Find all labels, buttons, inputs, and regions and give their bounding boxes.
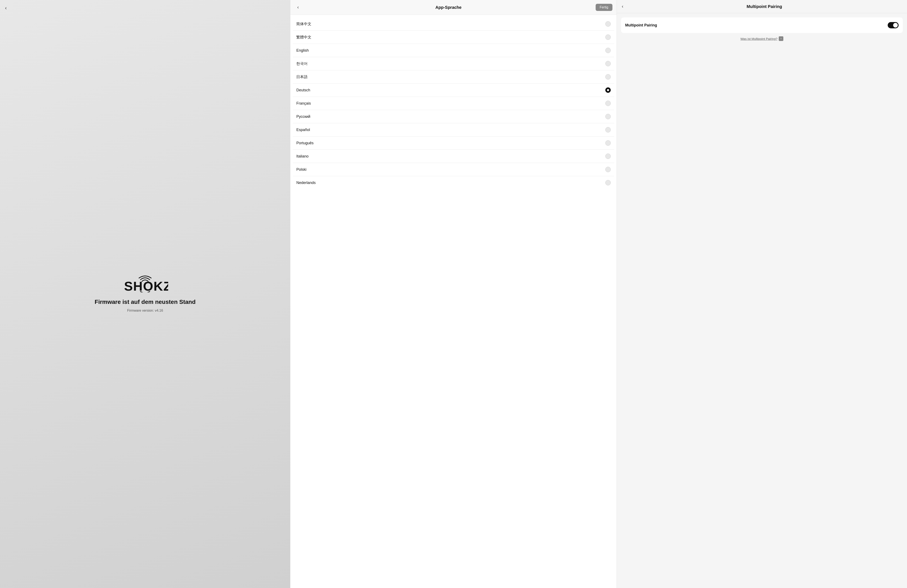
multipoint-link-text: Was ist Multipoint Pairing? [740,37,777,40]
radio-circle[interactable] [605,61,611,66]
language-item[interactable]: Nederlands [293,176,614,189]
language-label: Nederlands [296,181,316,185]
language-item[interactable]: 繁體中文 [293,30,614,44]
radio-circle[interactable] [605,140,611,146]
language-item[interactable]: 日本語 [293,70,614,83]
radio-circle[interactable] [605,34,611,40]
radio-circle[interactable] [605,127,611,133]
back-button-left[interactable]: ‹ [5,5,7,11]
language-item[interactable]: 简体中文 [293,18,614,30]
language-item[interactable]: Français [293,97,614,110]
language-list: 简体中文繁體中文English한국어日本語DeutschFrançaisРусс… [293,18,614,585]
radio-circle[interactable] [605,180,611,186]
right-header-title: Multipoint Pairing [627,4,902,9]
language-label: 简体中文 [296,21,311,26]
right-panel: ‹ Multipoint Pairing Multipoint Pairing … [617,0,907,588]
middle-header: ‹ App-Sprache Fertig [290,0,617,15]
done-button[interactable]: Fertig [596,4,612,11]
firmware-title: Firmware ist auf dem neusten Stand [95,298,196,306]
svg-text:SHOKZ: SHOKZ [124,279,168,292]
language-label: Español [296,128,310,132]
language-item[interactable]: Português [293,136,614,150]
language-label: Italiano [296,154,308,159]
radio-circle[interactable] [605,154,611,159]
multipoint-link: Was ist Multipoint Pairing? › [621,36,903,41]
logo-svg: SHOKZ [122,276,168,292]
language-label: 한국어 [296,61,308,66]
shokz-logo: SHOKZ [122,276,168,292]
radio-circle[interactable] [605,101,611,106]
back-button-right[interactable]: ‹ [622,4,623,9]
radio-circle[interactable] [605,167,611,172]
language-label: Français [296,101,311,106]
language-item[interactable]: Русский [293,110,614,123]
multipoint-learn-link[interactable]: Was ist Multipoint Pairing? › [740,36,784,41]
right-content: Multipoint Pairing Was ist Multipoint Pa… [617,13,907,45]
language-item[interactable]: Deutsch [293,83,614,97]
language-label: Русский [296,114,310,119]
back-button-middle[interactable]: ‹ [295,5,301,10]
radio-circle[interactable] [605,87,611,93]
language-label: Deutsch [296,88,310,92]
language-item[interactable]: Italiano [293,150,614,163]
language-label: 日本語 [296,74,308,79]
middle-panel: ‹ App-Sprache Fertig 简体中文繁體中文English한국어日… [290,0,617,588]
radio-circle[interactable] [605,48,611,53]
radio-circle[interactable] [605,114,611,119]
firmware-version: Firmware version: v4.16 [127,309,163,312]
multipoint-card-label: Multipoint Pairing [625,23,657,27]
language-item[interactable]: Español [293,123,614,136]
language-label: Polski [296,167,306,172]
multipoint-card: Multipoint Pairing [621,18,903,33]
language-label: Português [296,141,314,145]
multipoint-toggle[interactable] [888,22,899,28]
language-item[interactable]: English [293,44,614,57]
language-label: 繁體中文 [296,35,311,40]
middle-header-title: App-Sprache [301,5,595,10]
right-header: ‹ Multipoint Pairing [617,0,907,13]
language-label: English [296,48,309,53]
language-item[interactable]: Polski [293,163,614,176]
radio-circle[interactable] [605,74,611,80]
left-panel: ‹ SHOKZ Firmware ist auf dem neusten Sta… [0,0,290,588]
radio-circle[interactable] [605,21,611,27]
language-item[interactable]: 한국어 [293,57,614,70]
link-arrow-icon: › [779,36,784,41]
